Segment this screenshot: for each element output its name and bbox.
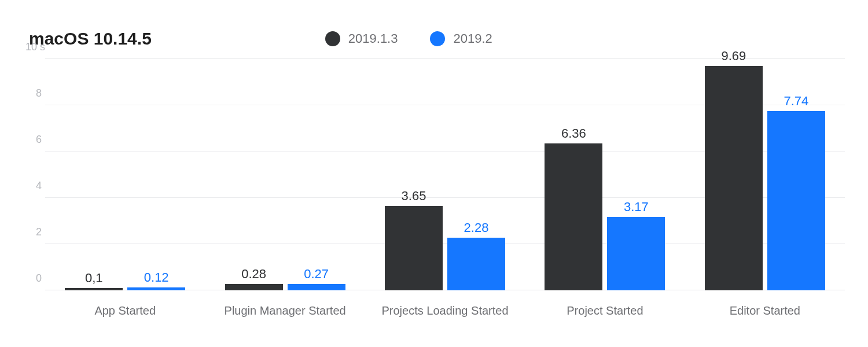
bar-group: 0.280.27Plugin Manager Started [205,59,365,290]
bar-value-label: 7.74 [784,94,808,109]
y-tick-label: 2 [25,226,42,238]
bar-group: 9.697.74Editor Started [685,59,845,290]
bar: 7.74 [767,111,825,290]
bar-pair: 3.652.28 [385,206,505,290]
bar-pair: 0.280.27 [225,284,345,290]
bar: 0.28 [225,284,283,290]
bar-group: 0,10.12App Started [45,59,205,290]
legend-swatch-1-icon [430,31,445,46]
bar-value-label: 2.28 [464,220,489,235]
chart-bar-groups: 0,10.12App Started0.280.27Plugin Manager… [45,59,845,290]
bar-value-label: 3.17 [624,200,649,215]
bar: 2.28 [447,238,505,290]
chart-title: macOS 10.14.5 [29,29,152,49]
y-tick-label: 10 s [25,41,42,53]
y-tick-label: 0 [25,272,42,285]
legend-label-1: 2019.2 [453,31,492,46]
bar-group: 3.652.28Projects Loading Started [365,59,525,290]
bar-pair: 9.697.74 [705,66,825,290]
y-tick-label: 4 [25,180,42,192]
legend-swatch-0-icon [325,31,340,46]
bar: 3.65 [385,206,443,290]
bar: 3.17 [607,217,665,290]
bar: 0.27 [288,284,345,290]
y-tick-label: 6 [25,134,42,146]
chart-legend: 2019.1.3 2019.2 [325,31,492,46]
bar: 9.69 [705,66,763,290]
chart-plot: 0246810 s 0,10.12App Started0.280.27Plug… [45,59,845,290]
bar-value-label: 0.28 [241,267,266,282]
bar: 6.36 [545,143,602,290]
legend-item-0: 2019.1.3 [325,31,398,46]
bar-value-label: 0.12 [144,270,169,285]
bar: 0,1 [65,288,123,290]
bar-value-label: 9.69 [721,49,746,64]
bar-pair: 6.363.17 [545,143,665,290]
legend-label-0: 2019.1.3 [348,31,398,46]
x-category-label: Editor Started [730,304,800,318]
bar-value-label: 0.27 [304,267,329,282]
x-category-label: Projects Loading Started [382,304,509,318]
bar: 0.12 [127,287,185,290]
bar-pair: 0,10.12 [65,287,185,290]
x-category-label: App Started [94,304,156,318]
y-tick-label: 8 [25,87,42,99]
bar-group: 6.363.17Project Started [525,59,685,290]
legend-item-1: 2019.2 [430,31,492,46]
x-category-label: Project Started [567,304,643,318]
bar-value-label: 3.65 [402,189,426,204]
x-category-label: Plugin Manager Started [225,304,346,318]
chart-container: macOS 10.14.5 2019.1.3 2019.2 0246810 s … [0,0,868,347]
bar-value-label: 0,1 [85,271,103,286]
chart-header: macOS 10.14.5 2019.1.3 2019.2 [29,29,845,49]
bar-value-label: 6.36 [561,126,586,141]
